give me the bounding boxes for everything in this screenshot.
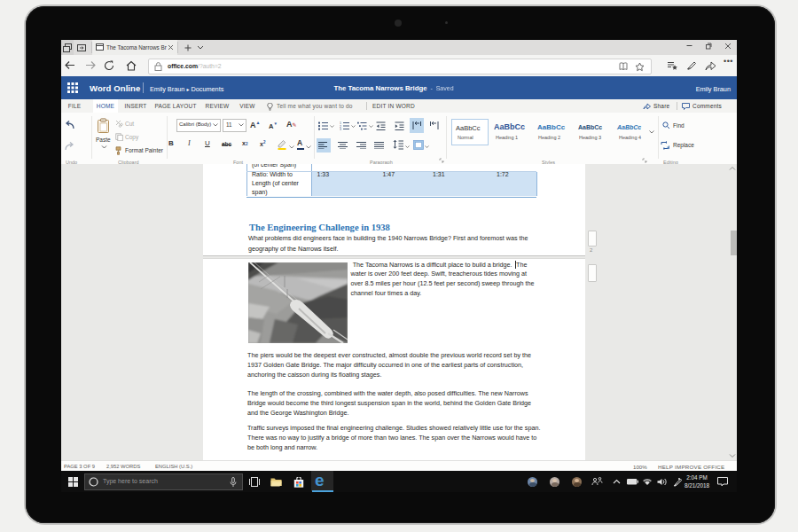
svg-text:3: 3 — [340, 128, 341, 130]
